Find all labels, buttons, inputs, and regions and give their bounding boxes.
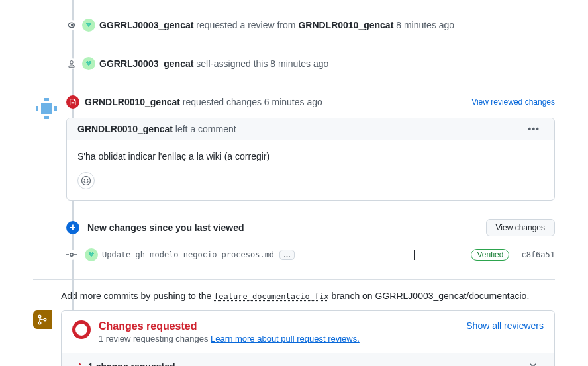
- plus-icon: +: [66, 221, 79, 234]
- review-block: GRNDLR0010_gencat requested changes 6 mi…: [66, 95, 555, 201]
- comment-actions-menu[interactable]: •••: [524, 124, 544, 134]
- svg-point-6: [44, 318, 46, 321]
- svg-point-2: [87, 179, 88, 181]
- file-diff-icon: [72, 361, 83, 367]
- target-link[interactable]: GRNDLR0010_gencat: [298, 20, 393, 30]
- commit-message[interactable]: Update gh-modelo-negocio procesos.md: [102, 250, 274, 259]
- text-cursor: [414, 250, 415, 260]
- svg-point-1: [84, 179, 85, 181]
- push-hint: Add more commits by pushing to the featu…: [61, 291, 555, 301]
- comment-author[interactable]: GRNDLR0010_gencat: [77, 124, 173, 134]
- status-detail-row[interactable]: 1 change requested: [62, 353, 554, 366]
- new-changes-row: + New changes since you last viewed View…: [66, 219, 555, 236]
- merge-status-panel: Changes requested 1 review requesting ch…: [61, 310, 555, 366]
- add-reaction-button[interactable]: [77, 172, 95, 189]
- reviewer-avatar[interactable]: [33, 95, 60, 122]
- avatar: [85, 248, 98, 261]
- timestamp: 8 minutes ago: [396, 20, 454, 30]
- svg-point-0: [82, 177, 91, 185]
- timeline-end-separator: [33, 279, 555, 280]
- reviewer-link[interactable]: GRNDLR0010_gencat: [85, 97, 180, 107]
- person-icon: [66, 58, 77, 69]
- changes-requested-status-icon: [72, 320, 91, 339]
- svg-point-4: [38, 315, 41, 318]
- actor-link[interactable]: GGRRLJ0003_gencat: [99, 20, 193, 30]
- view-reviewed-changes-link[interactable]: View reviewed changes: [471, 97, 555, 107]
- verified-badge[interactable]: Verified: [471, 249, 509, 261]
- comment-body: S'ha oblidat indicar l'enllaç a la wiki …: [67, 140, 554, 172]
- commit-sha-link[interactable]: c8f6a51: [521, 250, 555, 259]
- timeline-event-review-requested: GGRRLJ0003_gencat requested a review fro…: [66, 13, 555, 37]
- status-title: Changes requested: [99, 320, 360, 332]
- timestamp: 6 minutes ago: [264, 97, 322, 107]
- actor-link[interactable]: GGRRLJ0003_gencat: [99, 58, 193, 69]
- review-comment-card: GRNDLR0010_gencat left a comment ••• S'h…: [66, 118, 555, 201]
- commit-row: Update gh-modelo-negocio procesos.md … V…: [66, 244, 555, 265]
- show-all-reviewers-link[interactable]: Show all reviewers: [466, 320, 544, 331]
- chevron-down-icon[interactable]: [528, 360, 544, 366]
- svg-point-3: [70, 253, 73, 256]
- view-changes-button[interactable]: View changes: [486, 219, 556, 236]
- new-changes-label: New changes since you last viewed: [87, 222, 244, 233]
- repo-link[interactable]: GGRRLJ0003_gencat/documentacio: [375, 291, 527, 301]
- learn-more-link[interactable]: Learn more about pull request reviews.: [211, 334, 360, 343]
- timestamp: 8 minutes ago: [270, 58, 328, 69]
- eye-icon: [66, 20, 77, 30]
- commit-icon: [66, 250, 77, 260]
- commit-expand-button[interactable]: …: [279, 250, 295, 260]
- timeline-event-self-assigned: GGRRLJ0003_gencat self-assigned this 8 m…: [66, 52, 555, 75]
- changes-requested-icon: [66, 95, 79, 109]
- merge-status-icon: [33, 310, 52, 329]
- svg-point-5: [38, 322, 41, 324]
- avatar: [82, 19, 95, 32]
- status-subtitle: 1 review requesting changes Learn more a…: [99, 334, 360, 343]
- branch-name: feature_documentacio_fix: [214, 292, 328, 301]
- avatar: [82, 57, 95, 70]
